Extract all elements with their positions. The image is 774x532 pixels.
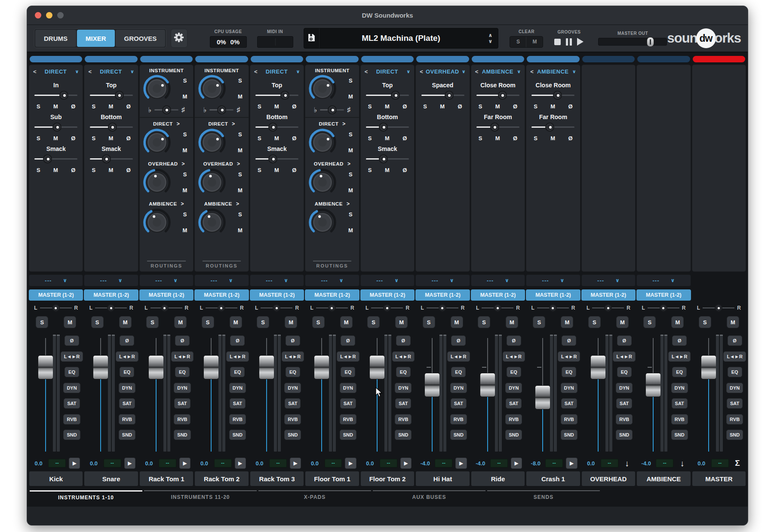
mute-toggle[interactable]: M xyxy=(550,103,555,110)
mute-toggle[interactable]: M xyxy=(348,187,353,194)
solo-toggle[interactable]: S xyxy=(92,167,95,173)
kick-in-slider[interactable] xyxy=(29,89,83,101)
fx-sat-button[interactable]: SAT xyxy=(119,398,135,409)
fx-sat-button[interactable]: SAT xyxy=(616,398,632,409)
fx-rvb-button[interactable]: RVB xyxy=(174,414,190,424)
fx-lr-button[interactable]: L◄►R xyxy=(392,351,415,362)
fx-dyn-button[interactable]: DYN xyxy=(229,383,246,393)
fx-eq-button[interactable]: EQ xyxy=(64,367,79,377)
phase-toggle[interactable]: Ø xyxy=(568,103,573,110)
knob-dial[interactable] xyxy=(197,127,227,158)
channel-mute-button[interactable]: M xyxy=(340,316,353,328)
floor-tom-2-smack-slider-handle[interactable] xyxy=(379,154,388,163)
expand-chevron-icon[interactable]: > xyxy=(232,121,235,127)
volume-fader[interactable] xyxy=(480,373,495,397)
fx-rvb-button[interactable]: RVB xyxy=(284,414,301,424)
rack-tom-3-smack-slider-handle[interactable] xyxy=(268,154,277,163)
fx-snd-button[interactable]: SND xyxy=(395,430,412,440)
knob-dial[interactable] xyxy=(307,167,338,198)
pan-control[interactable]: L R xyxy=(636,303,691,313)
fx-rvb-button[interactable]: RVB xyxy=(119,414,135,424)
mute-toggle[interactable]: M xyxy=(238,227,243,234)
mute-toggle[interactable]: M xyxy=(274,103,279,110)
volume-fader[interactable] xyxy=(424,373,440,397)
solo-toggle[interactable]: S xyxy=(348,211,353,218)
fx-dyn-button[interactable]: DYN xyxy=(561,383,577,393)
fx-phase-button[interactable]: Ø xyxy=(507,335,521,346)
mic-group-label[interactable]: DIRECT xyxy=(266,68,288,75)
fx-rvb-button[interactable]: RVB xyxy=(63,414,80,424)
mic-group-label[interactable]: DIRECT xyxy=(100,68,122,75)
fx-rvb-button[interactable]: RVB xyxy=(726,414,743,424)
fx-phase-button[interactable]: Ø xyxy=(175,335,190,346)
fx-dyn-button[interactable]: DYN xyxy=(505,383,522,393)
master-out-slider[interactable] xyxy=(598,38,667,46)
fx-sat-button[interactable]: SAT xyxy=(230,398,246,409)
knob-dial[interactable] xyxy=(307,73,338,104)
phase-toggle[interactable]: Ø xyxy=(126,103,131,110)
pitch-handle[interactable] xyxy=(328,105,337,114)
knob-dial[interactable] xyxy=(197,73,227,104)
phase-toggle[interactable]: Ø xyxy=(292,135,296,141)
mute-toggle[interactable]: M xyxy=(238,187,243,194)
fx-phase-button[interactable]: Ø xyxy=(64,335,79,346)
pan-handle[interactable] xyxy=(549,304,557,312)
fx-sat-button[interactable]: SAT xyxy=(395,398,411,409)
channel-solo-button[interactable]: S xyxy=(202,316,214,328)
fx-phase-button[interactable]: Ø xyxy=(672,335,687,346)
play-icon[interactable] xyxy=(577,38,584,46)
channel-mute-button[interactable]: M xyxy=(174,316,187,328)
back-chevron-icon[interactable]: < xyxy=(420,68,423,75)
mute-toggle[interactable]: M xyxy=(109,135,114,141)
output-bus-button[interactable]: MASTER (1-2) xyxy=(526,289,580,301)
expand-chevron-icon[interactable]: > xyxy=(237,161,240,167)
tab-mixer[interactable]: MIXER xyxy=(77,30,115,47)
fx-snd-button[interactable]: SND xyxy=(450,430,467,440)
phase-toggle[interactable]: Ø xyxy=(126,135,131,141)
kick-smack-slider-handle[interactable] xyxy=(43,154,52,163)
expand-chevron-icon[interactable]: > xyxy=(182,161,185,167)
back-chevron-icon[interactable]: < xyxy=(254,68,258,75)
preset-next-button[interactable]: ∨ xyxy=(488,39,492,43)
solo-toggle[interactable]: S xyxy=(92,103,95,110)
solo-toggle[interactable]: S xyxy=(183,171,187,178)
fx-rvb-button[interactable]: RVB xyxy=(340,414,356,424)
pan-control[interactable]: L R xyxy=(415,303,470,313)
chevron-down-icon[interactable]: ∨ xyxy=(462,69,466,74)
routing-dropdown[interactable]: --- ∨ xyxy=(526,274,580,286)
preset-name[interactable]: ML2 Machina (Plate) xyxy=(319,34,482,43)
mic-group-label[interactable]: OVERHEAD xyxy=(426,68,459,75)
channel-mute-button[interactable]: M xyxy=(616,316,629,328)
chevron-down-icon[interactable]: ∨ xyxy=(296,69,300,74)
back-chevron-icon[interactable]: < xyxy=(530,68,534,75)
solo-toggle[interactable]: S xyxy=(368,135,372,141)
clear-mute-button[interactable]: M xyxy=(526,37,543,47)
crash-1-close-room-slider-handle[interactable] xyxy=(553,91,562,100)
fx-lr-button[interactable]: L◄►R xyxy=(447,351,470,362)
knob-dial[interactable] xyxy=(141,167,172,198)
expand-chevron-icon[interactable]: > xyxy=(347,201,350,207)
channel-solo-button[interactable]: S xyxy=(257,316,269,328)
snare-top-slider[interactable] xyxy=(84,89,138,101)
expand-chevron-icon[interactable]: > xyxy=(181,201,184,207)
mute-toggle[interactable]: M xyxy=(274,167,279,173)
ride-far-room-slider-handle[interactable] xyxy=(490,123,499,132)
pan-handle[interactable] xyxy=(52,304,60,312)
rack-tom-3-smack-slider[interactable] xyxy=(250,153,304,164)
phase-toggle[interactable]: Ø xyxy=(513,103,517,110)
back-chevron-icon[interactable]: < xyxy=(33,68,37,75)
volume-fader[interactable] xyxy=(203,355,219,379)
crash-1-far-room-slider-handle[interactable] xyxy=(545,123,554,132)
fx-lr-button[interactable]: L◄►R xyxy=(61,351,83,362)
fx-eq-button[interactable]: EQ xyxy=(120,367,134,377)
solo-toggle[interactable]: S xyxy=(348,171,353,178)
phase-toggle[interactable]: Ø xyxy=(458,103,462,110)
mute-toggle[interactable]: M xyxy=(385,103,390,110)
channel-mute-button[interactable]: M xyxy=(230,316,242,328)
channel-mute-button[interactable]: M xyxy=(561,316,573,328)
fx-eq-button[interactable]: EQ xyxy=(562,367,576,377)
preview-play-button[interactable]: ▶ xyxy=(400,458,412,469)
routing-dropdown[interactable]: --- ∨ xyxy=(360,274,415,286)
clear-solo-button[interactable]: S xyxy=(510,37,526,47)
kick-smack-slider[interactable] xyxy=(29,153,83,164)
